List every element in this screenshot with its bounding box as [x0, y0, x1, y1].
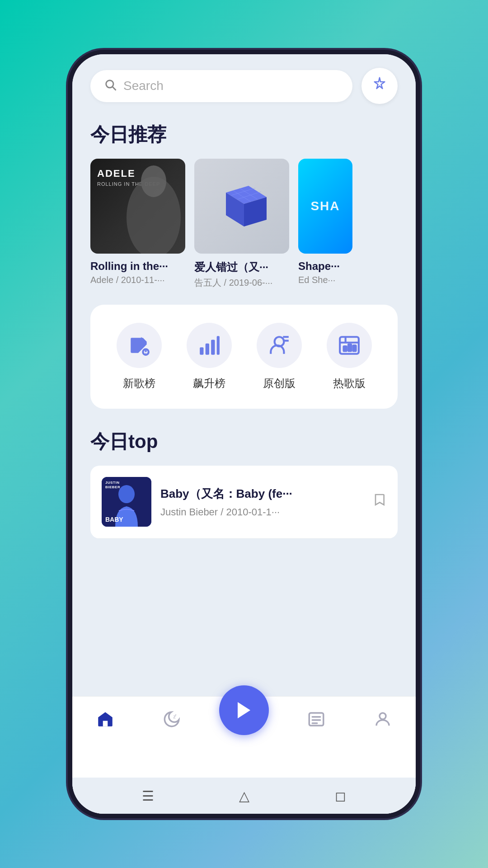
chart-rising-icon [198, 334, 221, 357]
phone-screen: Search 今日推荐 [72, 54, 416, 814]
recommended-row: ADELE ROLLING IN THE DEEP Rolling in the… [90, 159, 398, 289]
svg-point-28 [118, 485, 135, 503]
cyan-cover-content: SHA [298, 159, 352, 254]
album-name-blue: 爱人错过（又··· [194, 260, 289, 274]
album-cover-adele: ADELE ROLLING IN THE DEEP [90, 159, 185, 254]
svg-line-1 [113, 87, 115, 90]
play-center-icon [233, 699, 255, 721]
top-item-meta-baby: Justin Bieber / 2010-01-1··· [160, 506, 363, 518]
sha-label: SHA [310, 199, 340, 213]
sys-nav-back-icon[interactable]: ◻ [335, 788, 346, 804]
svg-rect-17 [216, 336, 219, 355]
chart-icon-wrap-hot [327, 323, 372, 368]
chart-icon-wrap-new [117, 323, 162, 368]
box-svg [212, 184, 271, 233]
bookmark-icon[interactable] [372, 493, 386, 511]
svg-rect-24 [343, 346, 346, 351]
nav-item-list[interactable] [298, 705, 335, 733]
bieber-cover: JUSTINBIEBER BABY [102, 477, 151, 527]
bieber-name-label: JUSTINBIEBER [105, 481, 120, 489]
svg-rect-15 [205, 344, 209, 355]
nav-item-home[interactable] [87, 705, 124, 733]
svg-rect-26 [353, 345, 356, 351]
nav-items: z z [72, 703, 416, 735]
baby-label: BABY [105, 516, 123, 523]
svg-point-3 [141, 165, 166, 197]
charts-section: 新歌榜 飙升榜 [90, 305, 398, 409]
search-icon [104, 78, 117, 94]
top-item-baby[interactable]: JUSTINBIEBER BABY Baby（又名：Baby (fe··· Ju… [90, 466, 398, 538]
chart-item-rising[interactable]: 飙升榜 [178, 323, 239, 391]
album-name-adele: Rolling in the··· [90, 260, 185, 273]
chart-icon-wrap-rising [187, 323, 232, 368]
top-list: JUSTINBIEBER BABY Baby（又名：Baby (fe··· Ju… [90, 466, 398, 538]
top-item-cover-baby: JUSTINBIEBER BABY [102, 477, 151, 527]
top-item-name-baby: Baby（又名：Baby (fe··· [160, 486, 363, 502]
phone-frame: Search 今日推荐 [68, 50, 420, 818]
user-icon [373, 710, 392, 729]
svg-rect-25 [348, 344, 351, 351]
nav-item-user[interactable] [364, 705, 401, 733]
album-card-adele[interactable]: ADELE ROLLING IN THE DEEP Rolling in the… [90, 159, 185, 289]
svg-point-37 [380, 713, 386, 719]
album-name-cyan: Shape··· [298, 260, 352, 273]
sys-nav-home-icon[interactable]: △ [239, 788, 249, 804]
svg-rect-16 [211, 340, 215, 355]
search-bar: Search [90, 68, 398, 104]
recommended-section: 今日推荐 ADELE ROLLING IN THE DEEP [90, 122, 398, 289]
chart-label-new: 新歌榜 [123, 376, 155, 391]
svg-point-13 [145, 353, 146, 354]
charts-grid: 新歌榜 飙升榜 [108, 323, 380, 391]
today-top-title: 今日top [90, 429, 398, 454]
home-icon [96, 710, 115, 729]
chart-original-icon [268, 334, 291, 357]
svg-text:z: z [175, 713, 177, 717]
album-cover-blue [194, 159, 289, 254]
album-card-cyan[interactable]: SHA Shape··· Ed She··· [298, 159, 352, 289]
svg-rect-14 [200, 347, 203, 355]
search-placeholder: Search [123, 79, 164, 93]
svg-marker-32 [238, 702, 250, 718]
chart-item-original[interactable]: 原创版 [249, 323, 310, 391]
album-card-blue[interactable]: 爱人错过（又··· 告五人 / 2019-06-··· [194, 159, 289, 289]
chart-label-rising: 飙升榜 [193, 376, 225, 391]
top-item-info-baby: Baby（又名：Baby (fe··· Justin Bieber / 2010… [160, 486, 363, 518]
album-meta-cyan: Ed She··· [298, 275, 352, 285]
chart-icon-wrap-original [257, 323, 302, 368]
nav-center-play-button[interactable] [219, 685, 269, 735]
content-area: Search 今日推荐 [72, 54, 416, 696]
chart-hot-icon [338, 334, 361, 357]
chart-new-icon [128, 334, 150, 357]
chart-label-original: 原创版 [263, 376, 296, 391]
moon-icon: z z [162, 710, 181, 729]
album-cover-cyan: SHA [298, 159, 352, 254]
blue-box-3d [212, 184, 271, 229]
adele-silhouette [90, 159, 185, 254]
chart-item-hot[interactable]: 热歌版 [319, 323, 380, 391]
sys-nav-menu-icon[interactable]: ☰ [142, 788, 154, 804]
chart-label-hot: 热歌版 [333, 376, 366, 391]
system-nav: ☰ △ ◻ [72, 778, 416, 814]
chart-item-new[interactable]: 新歌榜 [108, 323, 169, 391]
search-input-wrap[interactable]: Search [90, 70, 352, 102]
album-meta-blue: 告五人 / 2019-06-··· [194, 277, 289, 289]
svg-rect-29 [103, 721, 108, 726]
star-icon [372, 76, 387, 95]
list-icon [307, 710, 326, 729]
today-top-section: 今日top [90, 429, 398, 538]
album-meta-adele: Adele / 2010-11-··· [90, 275, 185, 285]
bottom-nav: z z [72, 696, 416, 778]
star-button[interactable] [361, 68, 398, 104]
nav-item-sleep[interactable]: z z [153, 705, 190, 733]
recommended-title: 今日推荐 [90, 122, 398, 147]
